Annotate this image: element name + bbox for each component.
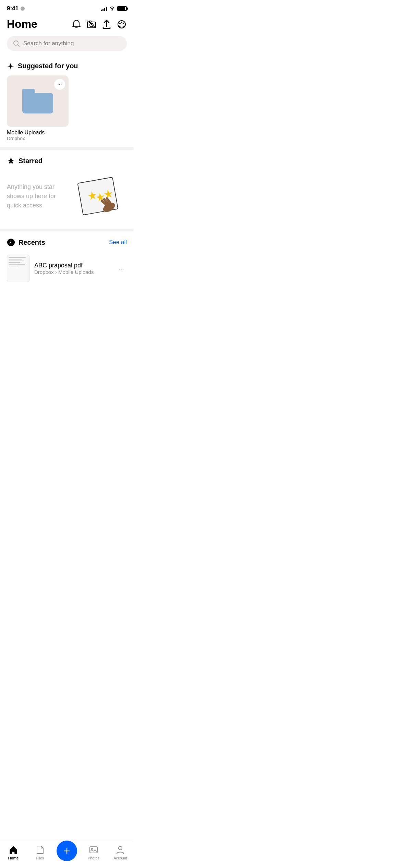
suggested-item-subtitle: Dropbox <box>7 136 69 141</box>
recents-title-group: Recents <box>7 238 45 246</box>
status-bar: 9:41 <box>0 0 134 15</box>
folder-icon <box>22 89 53 113</box>
star-icon <box>7 157 15 165</box>
suggested-title: Suggested for you <box>18 62 78 70</box>
status-indicator <box>21 7 25 11</box>
page-header: Home <box>0 15 134 35</box>
suggested-item-name: Mobile Uploads <box>7 130 69 136</box>
recents-section: Recents See all ABC praposal.pdf Dropbox… <box>0 231 134 289</box>
battery-icon <box>117 6 127 11</box>
suggested-section: Suggested for you ··· Mobile Uploads Dro… <box>0 57 134 147</box>
starred-title: Starred <box>19 157 42 165</box>
see-all-button[interactable]: See all <box>109 239 127 246</box>
svg-point-8 <box>123 23 124 24</box>
svg-point-6 <box>119 23 121 24</box>
starred-section: Starred Anything you star shows up here … <box>0 150 134 229</box>
starred-header: Starred <box>7 157 127 165</box>
status-time: 9:41 <box>7 5 25 12</box>
section-divider <box>0 147 134 150</box>
suggested-header: Suggested for you <box>7 62 127 70</box>
notifications-button[interactable] <box>71 19 82 29</box>
file-path: Dropbox › Mobile Uploads <box>34 269 111 275</box>
file-name: ABC praposal.pdf <box>34 262 111 269</box>
themes-button[interactable] <box>117 19 127 29</box>
recents-title: Recents <box>19 239 45 246</box>
file-thumbnail <box>7 255 29 282</box>
search-container <box>0 35 134 57</box>
svg-point-0 <box>112 10 113 11</box>
camera-button[interactable] <box>86 19 97 29</box>
suggested-item[interactable]: ··· Mobile Uploads Dropbox <box>7 75 69 141</box>
starred-content: Anything you star shows up here for quic… <box>7 170 127 222</box>
wifi-icon <box>109 6 115 11</box>
search-icon <box>13 40 20 47</box>
file-info: ABC praposal.pdf Dropbox › Mobile Upload… <box>34 262 111 275</box>
clock-icon <box>7 238 15 246</box>
file-item[interactable]: ABC praposal.pdf Dropbox › Mobile Upload… <box>7 252 127 285</box>
file-more-button[interactable]: ··· <box>116 262 127 275</box>
section-divider-2 <box>0 229 134 231</box>
page-title: Home <box>7 18 37 31</box>
sparkle-icon <box>7 62 14 70</box>
time-display: 9:41 <box>7 5 19 12</box>
starred-empty-text: Anything you star shows up here for quic… <box>7 182 72 210</box>
bottom-spacer <box>0 289 134 320</box>
signal-icon <box>101 6 107 11</box>
recents-header: Recents See all <box>7 238 127 246</box>
suggested-thumbnail: ··· <box>7 75 69 127</box>
stars-illustration <box>72 170 127 222</box>
search-bar[interactable] <box>7 36 127 51</box>
upload-button[interactable] <box>101 19 112 29</box>
header-actions <box>71 19 127 29</box>
search-input[interactable] <box>23 40 121 47</box>
status-icons <box>101 6 127 11</box>
item-more-button[interactable]: ··· <box>54 79 65 90</box>
svg-point-7 <box>121 22 122 23</box>
